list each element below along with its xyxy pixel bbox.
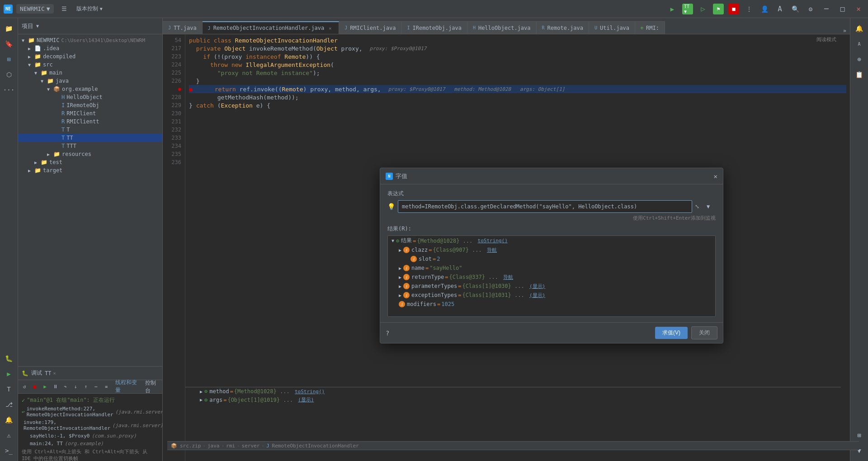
more-options-button[interactable]: ⋯ [91,382,101,392]
stop-button[interactable]: ■ [728,4,739,14]
vc-control[interactable]: 版本控制 ▼ [76,5,103,13]
stack-frame-1[interactable]: invoke:179, RemoteObjectInvocationHandle… [20,419,160,432]
maximize-button[interactable]: □ [837,5,849,13]
stack-frame-0[interactable]: ↩ invokeRemoteMethod:227, RemoteObjectIn… [20,405,160,419]
list-item[interactable]: ▼ 📁 src [18,61,162,69]
run-icon[interactable]: ▶ [2,367,16,381]
translate-icon[interactable]: A [774,4,785,14]
breadcrumb-item-java[interactable]: java [208,443,220,449]
stack-frame-3[interactable]: main:24, TT (org.example) [20,440,160,447]
tostring-link[interactable]: toString() [478,238,508,244]
result-item-returntype[interactable]: ▶ i returnType = {Class@337} ... 导航 [388,273,715,282]
expand-arrow[interactable]: ▶ [399,293,401,298]
result-item-clazz[interactable]: ▶ i clazz = {Class@907} ... 导航 [388,245,715,254]
git-icon[interactable]: ⎇ [2,398,16,411]
run-coverage-button[interactable]: ⚑ [713,4,724,14]
tab-rmiclient[interactable]: J RMIClient.java [339,21,401,34]
bottom-item-method[interactable]: ▶ ⊙ method = {Method@1028} ... toString(… [185,387,841,395]
list-item[interactable]: ▶ T T [18,126,162,134]
expand-arrow[interactable]: ▶ [399,266,401,271]
tree-root[interactable]: ▼ 📁 NEWRMIC C:\Users\14341\Desktop\NEWRM [18,36,162,44]
minimize-button[interactable]: ─ [821,5,832,13]
more-tabs-button[interactable]: » [840,28,850,34]
reading-mode-button[interactable]: 阅读模式 [816,36,836,43]
notifications-icon[interactable]: 🔔 [2,413,16,427]
list-item[interactable]: ▶ T TTT [18,142,162,150]
expand-arrow[interactable]: ▶ [399,275,401,280]
expand-icon[interactable]: ⤡ [695,203,704,210]
list-item[interactable]: ▶ H HelloObject [18,93,162,101]
close-icon[interactable]: ✕ [53,371,56,376]
text-icon[interactable]: T [2,382,16,396]
more-button[interactable]: ⋮ [744,4,755,14]
result-item-root[interactable]: ▼ ⊙ 结果 = {Method@1028} ... toString() [388,236,715,245]
list-item[interactable]: ▶ 📁 resources [18,150,162,158]
result-item-modifiers[interactable]: i modifiers = 1025 [388,300,715,309]
step-out-button[interactable]: ↑ [81,382,90,392]
close-icon[interactable]: ✕ [327,25,333,31]
bottom-item-args[interactable]: ▶ ⊙ args = {Object[1]@1019} ... (显示) [185,395,841,404]
user-icon[interactable]: 👤 [759,4,770,14]
evaluate-expression-button[interactable]: ≡ [102,382,111,392]
bookmarks-icon[interactable]: 🔖 [2,37,16,51]
list-item[interactable]: ▶ T TT [18,134,162,142]
step-in-button[interactable]: ↓ [71,382,80,392]
console-tab[interactable]: 控制台 [145,379,160,395]
expand-arrow[interactable]: ▶ [399,248,401,253]
expand-arrow[interactable]: ▶ [200,397,203,402]
pause-button[interactable]: ⏸ [51,382,60,392]
right-tool-1[interactable]: A [853,37,866,51]
tab-remote[interactable]: R Remote.java [537,21,590,34]
resume-button[interactable]: ▶ [40,382,50,392]
list-item[interactable]: ▶ R RMIClientt [18,118,162,126]
profile-button[interactable]: ▷ [698,4,708,14]
more-tools-icon[interactable]: ··· [2,83,16,97]
expand-arrow[interactable]: ▶ [399,284,401,289]
expand-arrow[interactable]: ▶ [200,389,203,394]
list-item[interactable]: ▶ 📁 test [18,158,162,166]
navigate-link[interactable]: 导航 [487,247,497,254]
breadcrumb-item-srczip[interactable]: src.zip [180,443,201,449]
breadcrumb-item-class[interactable]: RemoteObjectInvocationHandler [272,443,359,449]
show-link[interactable]: (显示) [529,292,545,299]
list-item[interactable]: ▶ 📁 decompiled [18,52,162,61]
show-link[interactable]: (显示) [298,396,314,403]
problems-icon[interactable]: ⚠ [2,428,16,442]
project-icon[interactable]: 📁 [2,22,16,35]
stop-button[interactable]: ■ [30,382,40,392]
debug-icon[interactable]: 🐛 [2,352,16,365]
tab-tt-java[interactable]: J TT.java [163,21,203,34]
result-item-slot[interactable]: ▶ i slot = 2 [388,254,715,263]
result-item-name[interactable]: ▶ i name = "sayHello" [388,263,715,273]
list-item[interactable]: ▼ 📁 main [18,69,162,77]
debug-button[interactable]: TT ▼ [682,4,693,14]
step-over-button[interactable]: ↷ [61,382,70,392]
breadcrumb-item-rmi[interactable]: rmi [226,443,235,449]
close-button[interactable]: ✕ [853,5,864,13]
right-tool-2[interactable]: ⊕ [853,52,866,66]
tab-util[interactable]: U Util.java [589,21,635,34]
stack-frame-2[interactable]: sayHello:-1, $Proxy0 (com.sun.proxy) [20,432,160,440]
eval-button[interactable]: 求值(V) [655,327,688,339]
chevron-down-icon[interactable]: ▼ [707,203,716,210]
settings-icon[interactable]: ⚙ [805,4,816,14]
list-item[interactable]: ▶ 📄 .idea [18,44,162,52]
debug-tab-tt[interactable]: TT ✕ [45,370,56,376]
result-item-exceptiontypes[interactable]: ▶ i exceptionTypes = {Class[1]@1031} ...… [388,291,715,300]
help-icon[interactable]: ? [386,329,389,337]
right-tool-3[interactable]: 📋 [853,68,866,81]
right-tool-4[interactable]: ⊞ [853,428,866,442]
notifications-icon[interactable]: 🔔 [853,22,866,35]
thread-variables-tab[interactable]: 线程和变量 [115,379,141,395]
result-item-parametertypes[interactable]: ▶ i parameterTypes = {Class[1]@1030} ...… [388,282,715,291]
tab-rmi[interactable]: ⊕ RMI: [635,21,665,34]
tab-remote-object[interactable]: J RemoteObjectInvocationHandler.java ✕ [203,21,340,34]
list-item[interactable]: ▼ 📦 org.example [18,85,162,93]
dialog-close-button[interactable]: ✕ [714,173,717,180]
search-icon[interactable]: 🔍 [790,4,801,14]
tostring-link[interactable]: toString() [295,389,325,395]
expression-input[interactable]: method=IRemoteObj.class.getDeclaredMetho… [398,200,692,213]
list-item[interactable]: ▶ 📁 target [18,166,162,174]
list-item[interactable]: ▶ R RMIClient [18,109,162,118]
project-selector[interactable]: NEWRMIC ▼ [16,4,54,14]
